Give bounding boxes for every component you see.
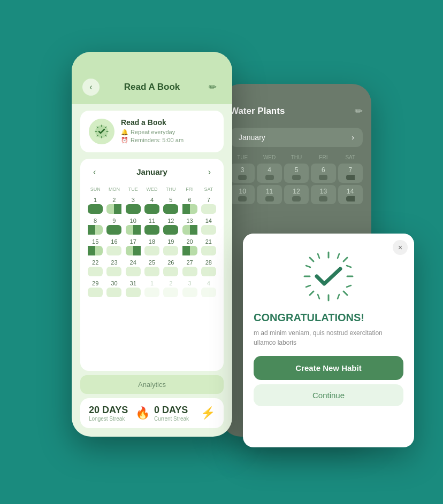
cal-day-8[interactable]: 8 (87, 216, 104, 236)
longest-streak-value: 20 DAYS (89, 405, 131, 416)
cal-header-thu: THU (162, 184, 179, 194)
phone-header: ‹ Read A Book ✏ (72, 52, 232, 104)
back-day-12: 12 (284, 185, 309, 204)
cal-day-2[interactable]: 2 (105, 196, 123, 215)
svg-line-24 (318, 294, 319, 299)
cal-header-sat: SAT (200, 184, 217, 194)
svg-line-13 (310, 258, 314, 261)
cal-day-25[interactable]: 25 (143, 258, 161, 277)
cal-day-27[interactable]: 27 (181, 258, 198, 277)
cal-day-11[interactable]: 11 (143, 216, 161, 236)
habit-reminder: ⏰ Reminders: 5:00 am (121, 137, 184, 144)
cal-day-20[interactable]: 20 (181, 237, 198, 257)
cal-header-tue: TUE (125, 184, 142, 194)
cal-day-9[interactable]: 9 (105, 216, 123, 236)
back-day-header-sat: SAT (338, 153, 363, 161)
cal-day-14[interactable]: 14 (200, 216, 217, 236)
cal-header-wed: WED (143, 184, 161, 194)
stats-row: 20 DAYS Longest Streak 🔥 0 DAYS Current … (80, 398, 224, 428)
phone-title: Read A Book (124, 82, 180, 92)
cal-day-12[interactable]: 12 (162, 216, 179, 236)
svg-line-16 (310, 291, 314, 295)
svg-line-18 (338, 294, 339, 299)
checkmark-burst (302, 250, 355, 303)
calendar-section: ‹ January › SUN MON TUE WED THU FRI SAT … (80, 159, 224, 371)
habit-info: Read a Book 🔔 Repeat everyday ⏰ Reminder… (121, 118, 184, 145)
cal-day-6[interactable]: 6 (181, 196, 198, 215)
back-day-4: 4 (257, 164, 281, 183)
svg-line-14 (343, 291, 347, 295)
svg-line-15 (343, 258, 347, 261)
cal-header-mon: MON (105, 184, 123, 194)
current-streak: 0 DAYS Current Streak (154, 405, 196, 422)
congrats-title: CONGRATULATIONS! (254, 312, 403, 324)
edit-button[interactable]: ✏ (204, 79, 222, 96)
edit-pencil-icon: ✏ (209, 81, 217, 93)
cal-day-4[interactable]: 4 (143, 196, 161, 215)
cal-day-1[interactable]: 1 (87, 196, 104, 215)
cal-day-31[interactable]: 31 (125, 279, 142, 298)
habit-name: Read a Book (121, 118, 184, 127)
clock-icon: ⏰ (121, 137, 128, 144)
back-day-14: 14 (338, 185, 363, 204)
cal-day-10[interactable]: 10 (125, 216, 142, 236)
cal-day-next-4: 4 (200, 279, 217, 298)
longest-streak-label: Longest Streak (89, 416, 131, 422)
back-button[interactable]: ‹ (82, 79, 100, 96)
back-day-header-tue: TUE (230, 153, 255, 161)
cal-day-30[interactable]: 30 (105, 279, 123, 298)
phone-front: ‹ Read A Book ✏ (72, 52, 232, 437)
back-day-5: 5 (284, 164, 309, 183)
continue-button[interactable]: Continue (254, 384, 403, 406)
back-day-header-wed: WED (257, 153, 281, 161)
back-day-3: 3 (230, 164, 255, 183)
analytics-bar[interactable]: Analytics (80, 375, 224, 394)
cal-day-28[interactable]: 28 (200, 258, 217, 277)
back-arrow-icon: ‹ (89, 82, 92, 92)
cal-day-5[interactable]: 5 (162, 196, 179, 215)
cal-day-17[interactable]: 17 (125, 237, 142, 257)
current-streak-label: Current Streak (154, 416, 196, 422)
cal-day-18[interactable]: 18 (143, 237, 161, 257)
back-day-13: 13 (311, 185, 335, 204)
cal-day-22[interactable]: 22 (87, 258, 104, 277)
close-icon: × (398, 243, 402, 252)
cal-day-23[interactable]: 23 (105, 258, 123, 277)
cal-day-26[interactable]: 26 (162, 258, 179, 277)
congratulations-modal: × (243, 234, 414, 447)
cal-day-24[interactable]: 24 (125, 258, 142, 277)
longest-streak: 20 DAYS Longest Streak (89, 405, 131, 422)
cal-month-label: January (136, 167, 167, 176)
back-day-7: 7 (338, 164, 363, 183)
cal-day-21[interactable]: 21 (200, 237, 217, 257)
back-phone-title: Water Plants (230, 106, 285, 117)
create-habit-button[interactable]: Create New Habit (254, 356, 403, 380)
fire-icon: 🔥 (135, 406, 150, 420)
back-month-bar[interactable]: January › (230, 128, 363, 147)
modal-close-button[interactable]: × (393, 240, 408, 255)
habit-repeat: 🔔 Repeat everyday (121, 129, 184, 136)
cal-day-16[interactable]: 16 (105, 237, 123, 257)
cal-day-19[interactable]: 19 (162, 237, 179, 257)
cal-day-3[interactable]: 3 (125, 196, 142, 215)
habit-card: Read a Book 🔔 Repeat everyday ⏰ Reminder… (80, 111, 224, 152)
back-day-header-fri: FRI (311, 153, 335, 161)
modal-icon-area (243, 234, 414, 312)
svg-line-21 (306, 285, 310, 287)
back-edit-icon[interactable]: ✏ (355, 105, 363, 117)
cal-day-15[interactable]: 15 (87, 237, 104, 257)
cal-day-7[interactable]: 7 (200, 196, 217, 215)
bell-icon: 🔔 (121, 129, 128, 136)
back-day-6: 6 (311, 164, 335, 183)
cal-day-29[interactable]: 29 (87, 279, 104, 298)
back-phone-header: Water Plants ✏ (230, 105, 363, 117)
cal-day-next-3: 3 (181, 279, 198, 298)
cal-prev-button[interactable]: ‹ (89, 165, 100, 179)
back-month-chevron: › (352, 133, 354, 142)
svg-line-23 (338, 254, 339, 258)
cal-next-button[interactable]: › (204, 165, 215, 179)
svg-line-19 (306, 266, 310, 267)
cal-day-13[interactable]: 13 (181, 216, 198, 236)
analytics-label: Analytics (138, 381, 166, 389)
cal-header-sun: SUN (87, 184, 104, 194)
